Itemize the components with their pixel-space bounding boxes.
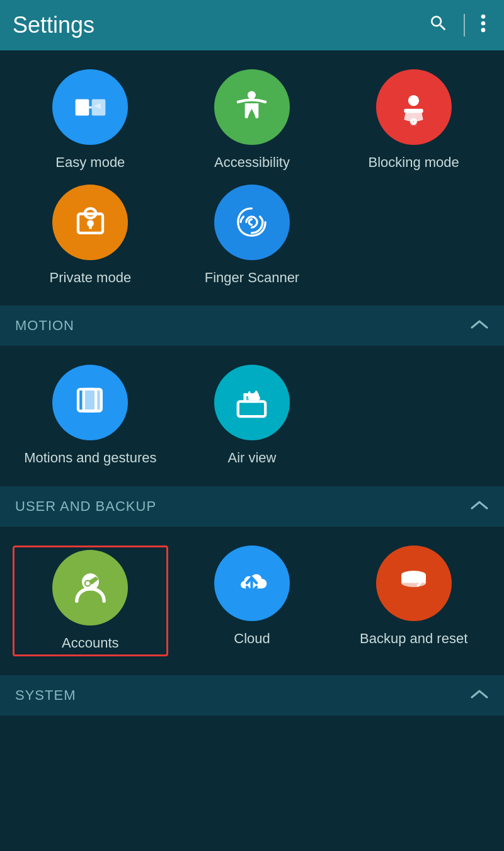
accounts-label: Accounts	[62, 634, 119, 653]
header-divider	[464, 14, 465, 37]
easy-mode-item[interactable]: Easy mode	[13, 69, 168, 172]
finger-scanner-icon-circle	[214, 185, 290, 260]
motion-grid: Motions and gestures Air view	[0, 346, 504, 486]
svg-point-0	[481, 14, 486, 19]
motion-section-header[interactable]: MOTION	[0, 306, 504, 346]
easy-mode-label: Easy mode	[55, 154, 125, 172]
accounts-item[interactable]: Accounts	[13, 545, 168, 657]
user-backup-chevron-icon	[470, 498, 489, 515]
svg-point-5	[248, 91, 256, 99]
svg-point-1	[481, 21, 486, 25]
motions-gestures-item[interactable]: Motions and gestures	[13, 365, 168, 467]
accessibility-label: Accessibility	[214, 154, 290, 172]
accessibility-icon-circle	[214, 69, 290, 145]
air-view-item[interactable]: Air view	[175, 365, 330, 467]
private-mode-item[interactable]: Private mode	[13, 185, 168, 287]
blocking-mode-item[interactable]: ⏰ Blocking mode	[336, 69, 491, 172]
system-label: SYSTEM	[15, 687, 76, 704]
finger-scanner-label: Finger Scanner	[205, 269, 299, 287]
cloud-label: Cloud	[234, 630, 270, 648]
cloud-icon-circle	[214, 545, 290, 621]
motions-gestures-icon-circle	[52, 365, 128, 440]
page-title: Settings	[13, 12, 94, 38]
svg-rect-16	[238, 401, 265, 416]
private-mode-icon-circle	[52, 185, 128, 260]
blocking-mode-label: Blocking mode	[369, 154, 459, 172]
svg-point-21	[86, 581, 90, 586]
personal-grid: Easy mode Accessibility ⏰ Blocking mode	[0, 50, 504, 306]
user-backup-section-header[interactable]: USER AND BACKUP	[0, 486, 504, 527]
backup-reset-icon-circle	[376, 545, 452, 621]
user-backup-label: USER AND BACKUP	[15, 498, 156, 515]
backup-reset-label: Backup and reset	[360, 630, 467, 648]
backup-reset-item[interactable]: Backup and reset	[336, 545, 491, 657]
motion-label: MOTION	[15, 317, 74, 334]
air-view-label: Air view	[227, 449, 276, 467]
private-mode-label: Private mode	[50, 269, 132, 287]
svg-point-6	[408, 95, 419, 106]
app-header: Settings	[0, 0, 504, 50]
header-actions	[423, 8, 491, 43]
motions-gestures-label: Motions and gestures	[24, 449, 156, 467]
search-icon[interactable]	[423, 8, 454, 43]
svg-rect-14	[83, 389, 101, 411]
easy-mode-icon-circle	[52, 69, 128, 145]
svg-point-2	[481, 28, 486, 32]
accounts-icon-circle	[52, 550, 128, 625]
system-section-header[interactable]: SYSTEM	[0, 675, 504, 716]
finger-scanner-item[interactable]: Finger Scanner	[175, 185, 330, 287]
user-backup-grid: Accounts Cloud	[0, 527, 504, 676]
system-chevron-icon	[470, 687, 489, 704]
cloud-item[interactable]: Cloud	[175, 545, 330, 657]
accessibility-item[interactable]: Accessibility	[175, 69, 330, 172]
blocking-mode-icon-circle: ⏰	[376, 69, 452, 145]
air-view-icon-circle	[214, 365, 290, 440]
more-options-icon[interactable]	[475, 8, 491, 43]
motion-chevron-icon	[470, 317, 489, 334]
